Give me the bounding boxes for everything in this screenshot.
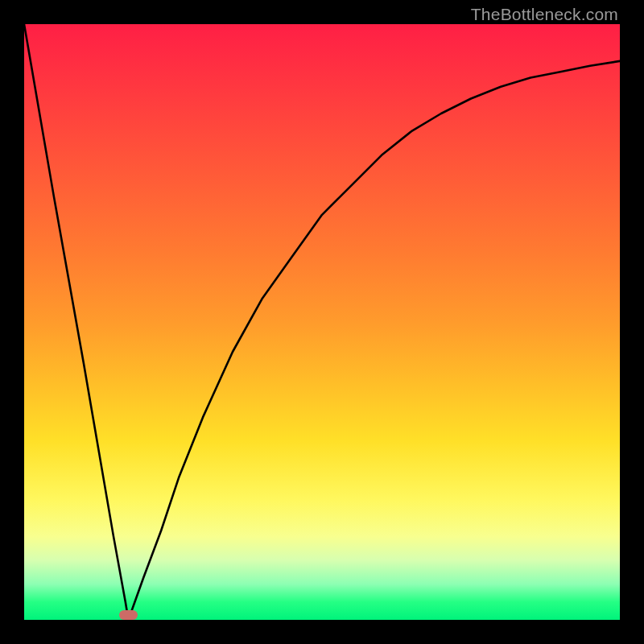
optimal-range-marker <box>119 610 137 620</box>
watermark-text: TheBottleneck.com <box>471 5 618 24</box>
plot-area <box>24 24 620 620</box>
chart-frame: TheBottleneck.com <box>0 0 644 644</box>
curve-svg <box>24 24 620 620</box>
bottleneck-curve <box>24 24 620 620</box>
